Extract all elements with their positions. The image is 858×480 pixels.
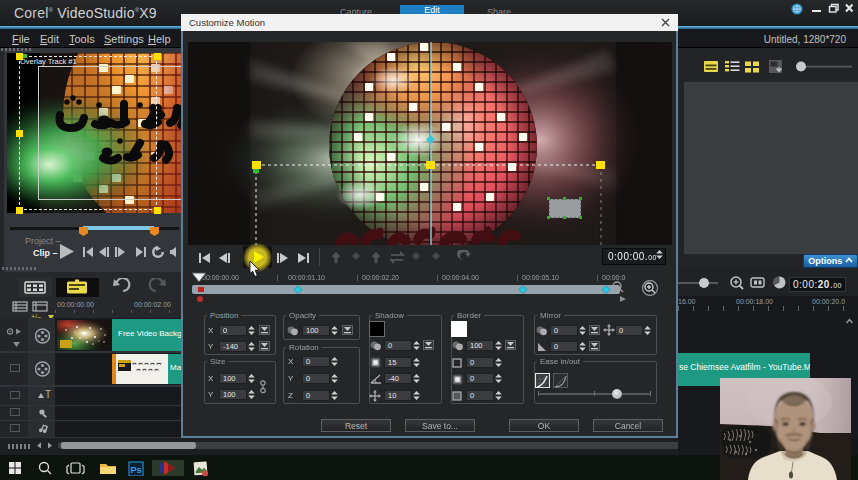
svg-text:Ps: Ps bbox=[130, 465, 141, 475]
